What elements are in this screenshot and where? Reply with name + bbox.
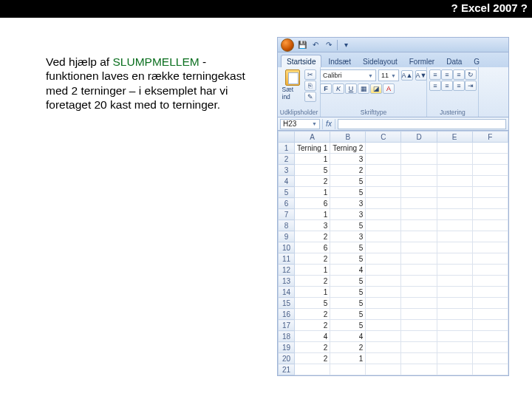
cell-B17[interactable]: 5: [330, 320, 366, 331]
cell-F9[interactable]: [472, 231, 508, 242]
cell-C13[interactable]: [366, 276, 401, 287]
tab-more[interactable]: G: [468, 55, 485, 67]
cell-A21[interactable]: [295, 364, 330, 375]
cell-D16[interactable]: [401, 309, 437, 320]
col-header-A[interactable]: A: [295, 132, 330, 143]
cell-B13[interactable]: 5: [330, 276, 366, 287]
redo-icon[interactable]: ↷: [324, 40, 334, 50]
cell-E15[interactable]: [437, 298, 472, 309]
cell-C2[interactable]: [366, 154, 401, 165]
cell-C7[interactable]: [366, 209, 401, 220]
col-header-E[interactable]: E: [437, 132, 472, 143]
cell-A19[interactable]: 2: [295, 342, 330, 353]
cell-B10[interactable]: 5: [330, 242, 366, 253]
cell-C20[interactable]: [366, 353, 401, 364]
cell-A12[interactable]: 1: [295, 265, 330, 276]
align-top-icon[interactable]: ≡: [429, 69, 441, 80]
cell-E14[interactable]: [437, 287, 472, 298]
cell-B8[interactable]: 5: [330, 220, 366, 231]
row-header[interactable]: 7: [279, 209, 295, 220]
row-header[interactable]: 2: [279, 154, 295, 165]
cell-E1[interactable]: [437, 143, 472, 154]
cell-C12[interactable]: [366, 265, 401, 276]
cell-F17[interactable]: [472, 320, 508, 331]
cell-D3[interactable]: [401, 165, 437, 176]
cell-C17[interactable]: [366, 320, 401, 331]
row-header[interactable]: 18: [279, 331, 295, 342]
row-header[interactable]: 1: [279, 143, 295, 154]
row-header[interactable]: 17: [279, 320, 295, 331]
cell-A18[interactable]: 4: [295, 331, 330, 342]
cell-D19[interactable]: [401, 342, 437, 353]
cell-F15[interactable]: [472, 298, 508, 309]
cell-D15[interactable]: [401, 298, 437, 309]
cell-E20[interactable]: [437, 353, 472, 364]
cell-D2[interactable]: [401, 154, 437, 165]
cell-A14[interactable]: 1: [295, 287, 330, 298]
cell-A3[interactable]: 5: [295, 165, 330, 176]
cell-B19[interactable]: 2: [330, 342, 366, 353]
cell-A7[interactable]: 1: [295, 209, 330, 220]
cell-C5[interactable]: [366, 187, 401, 198]
tab-data[interactable]: Data: [441, 55, 467, 67]
cell-B18[interactable]: 4: [330, 331, 366, 342]
cell-F14[interactable]: [472, 287, 508, 298]
name-box[interactable]: H23▼: [280, 119, 320, 129]
col-header-D[interactable]: D: [401, 132, 437, 143]
font-size-selector[interactable]: 11▼: [378, 69, 399, 81]
undo-icon[interactable]: ↶: [310, 40, 321, 50]
cell-E13[interactable]: [437, 276, 472, 287]
row-header[interactable]: 14: [279, 287, 295, 298]
cell-E21[interactable]: [437, 364, 472, 375]
col-header-C[interactable]: C: [366, 132, 401, 143]
cell-C11[interactable]: [366, 253, 401, 265]
align-left-icon[interactable]: ≡: [429, 81, 441, 91]
cell-C6[interactable]: [366, 198, 401, 209]
cell-A20[interactable]: 2: [295, 353, 330, 364]
cell-F12[interactable]: [472, 265, 508, 276]
cell-D6[interactable]: [401, 198, 437, 209]
cell-D9[interactable]: [401, 231, 437, 242]
cell-F18[interactable]: [472, 331, 508, 342]
cell-E8[interactable]: [437, 220, 472, 231]
cell-E2[interactable]: [437, 154, 472, 165]
col-header-F[interactable]: F: [472, 132, 508, 143]
customize-qat-icon[interactable]: ▾: [341, 40, 351, 50]
cell-C8[interactable]: [366, 220, 401, 231]
paste-button[interactable]: Sæt ind: [282, 69, 303, 100]
cell-B12[interactable]: 4: [330, 265, 366, 276]
cell-C18[interactable]: [366, 331, 401, 342]
row-header[interactable]: 19: [279, 342, 295, 353]
cell-D1[interactable]: [401, 143, 437, 154]
cell-C1[interactable]: [366, 143, 401, 154]
cell-B20[interactable]: 1: [330, 353, 366, 364]
cell-F16[interactable]: [472, 309, 508, 320]
cell-E5[interactable]: [437, 187, 472, 198]
cell-C10[interactable]: [366, 242, 401, 253]
cell-C9[interactable]: [366, 231, 401, 242]
cell-E7[interactable]: [437, 209, 472, 220]
cell-D5[interactable]: [401, 187, 437, 198]
cell-B6[interactable]: 3: [330, 198, 366, 209]
cell-B4[interactable]: 5: [330, 176, 366, 187]
cell-A5[interactable]: 1: [295, 187, 330, 198]
fx-icon[interactable]: fx: [322, 119, 335, 129]
row-header[interactable]: 6: [279, 198, 295, 209]
cell-A17[interactable]: 2: [295, 320, 330, 331]
cell-F6[interactable]: [472, 198, 508, 209]
cell-B3[interactable]: 2: [330, 165, 366, 176]
cell-F2[interactable]: [472, 154, 508, 165]
row-header[interactable]: 9: [279, 231, 295, 242]
cell-A6[interactable]: 6: [295, 198, 330, 209]
cell-D11[interactable]: [401, 253, 437, 265]
cell-B2[interactable]: 3: [330, 154, 366, 165]
border-button[interactable]: ▦: [358, 83, 369, 94]
select-all-corner[interactable]: [279, 132, 295, 143]
cell-D4[interactable]: [401, 176, 437, 187]
cell-B16[interactable]: 5: [330, 309, 366, 320]
align-middle-icon[interactable]: ≡: [441, 69, 453, 80]
cell-B9[interactable]: 3: [330, 231, 366, 242]
cell-B15[interactable]: 5: [330, 298, 366, 309]
cell-A15[interactable]: 5: [295, 298, 330, 309]
row-header[interactable]: 4: [279, 176, 295, 187]
